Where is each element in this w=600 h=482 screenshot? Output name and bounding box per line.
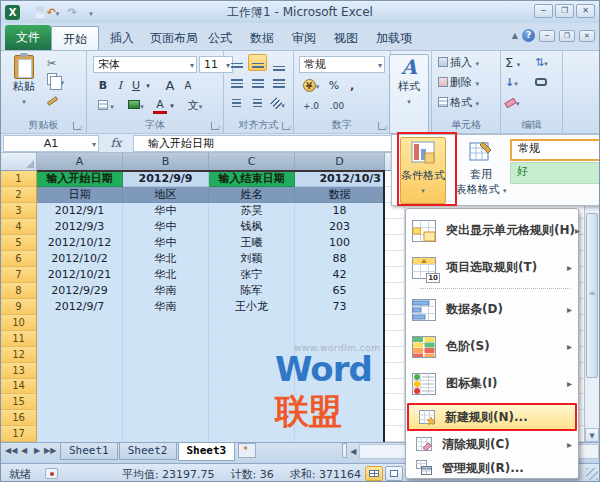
- row-header-17[interactable]: 17: [1, 426, 37, 442]
- cell-b12[interactable]: [123, 347, 209, 363]
- doc-close-button[interactable]: ✕: [579, 30, 595, 42]
- align-left-button[interactable]: [227, 74, 246, 91]
- select-all-corner[interactable]: [1, 153, 37, 171]
- last-sheet-icon[interactable]: ▶▶: [44, 446, 56, 455]
- row-header-5[interactable]: 5: [1, 235, 37, 251]
- font-color-dropdown[interactable]: ▾: [167, 97, 177, 115]
- cell-a17[interactable]: [37, 426, 123, 442]
- help-icon[interactable]: ?: [522, 29, 535, 42]
- format-as-table-button[interactable]: 套用 表格格式 ▾: [454, 137, 508, 204]
- row-header-13[interactable]: 13: [1, 363, 37, 379]
- grow-font-button[interactable]: A: [161, 77, 179, 95]
- font-color-button[interactable]: A: [153, 98, 167, 114]
- cell-d9[interactable]: 73: [295, 299, 385, 315]
- format-cells-button[interactable]: 格式 ▾: [438, 94, 479, 112]
- cell-a12[interactable]: [37, 347, 123, 363]
- cell-c11[interactable]: [209, 331, 295, 347]
- next-sheet-icon[interactable]: ▶: [31, 446, 43, 455]
- cell-e11[interactable]: [385, 331, 405, 347]
- row-header-4[interactable]: 4: [1, 219, 37, 235]
- increase-decimal-button[interactable]: +.0: [300, 97, 322, 115]
- cell-b9[interactable]: 华南: [123, 299, 209, 315]
- tab-formulas[interactable]: 公式: [197, 26, 243, 50]
- format-painter-button[interactable]: [47, 91, 81, 109]
- cell-d15[interactable]: [295, 394, 385, 410]
- tab-addins[interactable]: 加载项: [365, 26, 423, 50]
- scroll-down-icon[interactable]: ▼: [585, 428, 599, 442]
- cell-e4[interactable]: [385, 219, 405, 235]
- cell-e9[interactable]: [385, 299, 405, 315]
- row-header-12[interactable]: 12: [1, 347, 37, 363]
- cell-b10[interactable]: [123, 315, 209, 331]
- row-header-16[interactable]: 16: [1, 410, 37, 426]
- tab-file[interactable]: 文件: [5, 25, 51, 50]
- cell-e13[interactable]: [385, 363, 405, 379]
- menu-item-5[interactable]: 图标集(I)▸: [406, 365, 578, 402]
- autosum-button[interactable]: Σ ▾: [505, 54, 520, 72]
- cell-d13[interactable]: [295, 363, 385, 379]
- row-header-3[interactable]: 3: [1, 203, 37, 219]
- row-header-9[interactable]: 9: [1, 299, 37, 315]
- row-header-14[interactable]: 14: [1, 379, 37, 395]
- shrink-font-button[interactable]: A: [181, 77, 195, 95]
- cell-d3[interactable]: 18: [295, 203, 385, 219]
- cell-c15[interactable]: [209, 394, 295, 410]
- menu-item-7[interactable]: 清除规则(C)▸: [406, 432, 578, 456]
- clipboard-dialog-launcher[interactable]: [73, 122, 81, 130]
- cell-e17[interactable]: [385, 426, 405, 442]
- underline-dropdown[interactable]: ▾: [143, 77, 153, 95]
- sheet-tab-sheet3[interactable]: Sheet3: [178, 443, 236, 461]
- cell-d5[interactable]: 100: [295, 235, 385, 251]
- cell-d8[interactable]: 65: [295, 283, 385, 299]
- cell-b15[interactable]: [123, 394, 209, 410]
- macro-record-icon[interactable]: [45, 468, 58, 479]
- copy-button[interactable]: ▾: [47, 73, 81, 91]
- sheet-tab-sheet1[interactable]: Sheet1: [60, 443, 118, 460]
- cell-b16[interactable]: [123, 410, 209, 426]
- row-header-15[interactable]: 15: [1, 394, 37, 410]
- cell-a2[interactable]: 日期: [37, 187, 123, 203]
- cell-b11[interactable]: [123, 331, 209, 347]
- cell-b4[interactable]: 华中: [123, 219, 209, 235]
- cell-c10[interactable]: [209, 315, 295, 331]
- menu-item-1[interactable]: 突出显示单元格规则(H)▸: [406, 212, 578, 249]
- row-header-8[interactable]: 8: [1, 283, 37, 299]
- cell-c2[interactable]: 姓名: [209, 187, 295, 203]
- cell-c3[interactable]: 苏昊: [209, 203, 295, 219]
- menu-item-4[interactable]: 色阶(S)▸: [406, 328, 578, 365]
- delete-cells-button[interactable]: 删除 ▾: [438, 74, 479, 92]
- cell-b2[interactable]: 地区: [123, 187, 209, 203]
- align-bottom-button[interactable]: [269, 54, 288, 71]
- cell-c6[interactable]: 刘颖: [209, 251, 295, 267]
- close-button[interactable]: ✕: [576, 4, 595, 18]
- cell-a16[interactable]: [37, 410, 123, 426]
- name-box[interactable]: A1: [3, 135, 99, 152]
- sheet-tab-sheet2[interactable]: Sheet2: [119, 443, 177, 460]
- vertical-scrollbar-thumb[interactable]: [586, 213, 598, 378]
- column-header-c[interactable]: C: [209, 153, 295, 171]
- cell-e14[interactable]: [385, 379, 405, 395]
- cell-c17[interactable]: [209, 426, 295, 442]
- paste-button[interactable]: 粘贴 ▾: [7, 55, 41, 117]
- cell-d11[interactable]: [295, 331, 385, 347]
- cell-d1[interactable]: 2012/10/3: [295, 171, 385, 187]
- cell-d4[interactable]: 203: [295, 219, 385, 235]
- italic-button[interactable]: I: [113, 77, 127, 95]
- fill-color-button[interactable]: ▾: [123, 97, 149, 115]
- cell-a3[interactable]: 2012/9/1: [37, 203, 123, 219]
- tab-view[interactable]: 视图: [323, 26, 369, 50]
- cell-c14[interactable]: [209, 379, 295, 395]
- cell-a8[interactable]: 2012/9/29: [37, 283, 123, 299]
- cell-a1[interactable]: 输入开始日期: [37, 171, 123, 187]
- page-layout-view-button[interactable]: [385, 466, 403, 481]
- qat-customize-button[interactable]: ▾: [83, 5, 99, 20]
- alignment-dialog-launcher[interactable]: [282, 122, 290, 130]
- orientation-button[interactable]: ▾: [269, 94, 288, 111]
- cell-e6[interactable]: [385, 251, 405, 267]
- cell-a5[interactable]: 2012/10/12: [37, 235, 123, 251]
- cell-d16[interactable]: [295, 410, 385, 426]
- underline-button[interactable]: U: [129, 77, 143, 95]
- cell-e15[interactable]: [385, 394, 405, 410]
- accounting-format-button[interactable]: ¥▾: [300, 77, 322, 95]
- tab-data[interactable]: 数据: [239, 26, 285, 50]
